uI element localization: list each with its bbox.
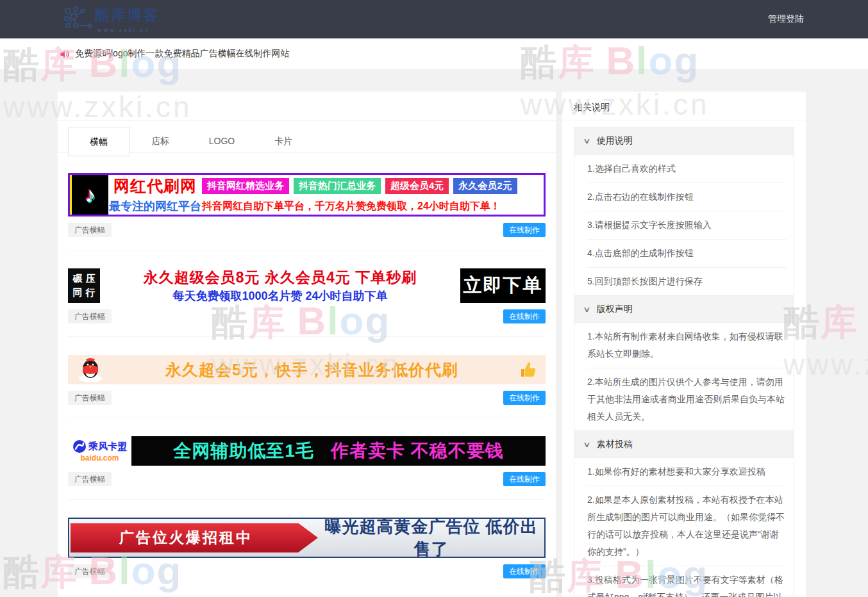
- banner-image-card-platform[interactable]: 乘风卡盟 baidu.com 全网辅助低至1毛 作者卖卡 不稳不要钱: [68, 436, 546, 466]
- collapse-section-header[interactable]: ∨版权声明: [574, 295, 794, 323]
- notice-bar: 免费源码logo制作一款免费精品广告横幅在线制作网站: [0, 38, 868, 69]
- make-online-button[interactable]: 在线制作: [503, 223, 546, 237]
- instruction-item: 3.请根据提示文字长度按照输入: [587, 211, 786, 239]
- make-online-button[interactable]: 在线制作: [503, 472, 546, 486]
- banner-desc: 抖音网红自助下单平台，千万名片赞免费领取，24小时自助下单！: [202, 200, 541, 213]
- banner-list: ♪ 网红代刷网 抖音网红精选业务抖音热门汇总业务超级会员4元永久会员2元 最专注…: [58, 155, 556, 591]
- banner-pill: 超级会员4元: [385, 178, 449, 194]
- instruction-item: 1.本站所有制作素材来自网络收集，如有侵权请联系站长立即删除。: [587, 323, 786, 368]
- banner-text-magenta: 作者卖卡 不稳不要钱: [331, 439, 504, 463]
- order-now-box: 立即下单: [460, 268, 546, 303]
- banner-type-tag: 广告横幅: [68, 391, 112, 405]
- instruction-item: 3.投稿格式为一张背景图片不要有文字等素材（格式最好png，gif暂不支持），还…: [587, 566, 786, 597]
- top-navbar: 酷库博客 www.zxki.cn 管理登陆: [0, 0, 868, 38]
- admin-login-link[interactable]: 管理登陆: [768, 13, 804, 25]
- banner-corner-box: 碾 压 同 行: [68, 268, 100, 303]
- banner-type-tag: 广告横幅: [68, 309, 112, 323]
- chevron-down-icon: ∨: [583, 305, 590, 314]
- banner-text-cyan: 全网辅助低至1毛: [173, 439, 314, 463]
- collapse-section-header[interactable]: ∨使用说明: [574, 127, 794, 155]
- instruction-item: 1.如果你有好的素材想要和大家分享欢迎投稿: [587, 458, 786, 486]
- penguin-mascot-icon: [77, 357, 104, 382]
- collapse-panel: ∨使用说明1.选择自己喜欢的样式2.点击右边的在线制作按钮3.请根据提示文字长度…: [574, 127, 794, 597]
- logo-subtitle: www.zxki.cn: [95, 27, 159, 33]
- make-online-button[interactable]: 在线制作: [503, 391, 546, 405]
- banner-text: 曝光超高黄金广告位 低价出售了: [318, 516, 544, 560]
- banner-type-tag: 广告横幅: [68, 472, 112, 486]
- collapse-section-title: 素材投稿: [597, 439, 633, 450]
- banner-row: 永久超会5元，快手，抖音业务低价代刷 广告横幅 在线制作: [68, 337, 546, 418]
- sidebar-card: 相关说明 ∨使用说明1.选择自己喜欢的样式2.点击右边的在线制作按钮3.请根据提…: [562, 92, 806, 597]
- collapse-section-title: 版权声明: [597, 304, 633, 315]
- make-online-button[interactable]: 在线制作: [503, 564, 546, 578]
- banner-logo-box: 乘风卡盟 baidu.com: [68, 436, 131, 466]
- banner-pill-list: 抖音网红精选业务抖音热门汇总业务超级会员4元永久会员2元: [202, 178, 541, 194]
- banner-type-tag: 广告横幅: [68, 223, 112, 237]
- collapse-section: ∨素材投稿1.如果你有好的素材想要和大家分享欢迎投稿2.如果是本人原创素材投稿，…: [574, 430, 794, 597]
- collapse-section-body: 1.如果你有好的素材想要和大家分享欢迎投稿2.如果是本人原创素材投稿，本站有权授…: [574, 458, 794, 597]
- banner-line2: 每天免费领取1000名片赞 24小时自助下单: [100, 288, 460, 304]
- notice-text[interactable]: 免费源码logo制作一款免费精品广告横幅在线制作网站: [75, 48, 289, 60]
- site-logo[interactable]: 酷库博客 www.zxki.cn: [63, 5, 159, 33]
- chevron-down-icon: ∨: [583, 440, 590, 449]
- tab-shop-mark[interactable]: 店标: [129, 127, 191, 156]
- banner-type-tag: 广告横幅: [68, 564, 112, 578]
- thumbs-up-icon: [520, 361, 537, 378]
- corner-char: 压: [86, 273, 96, 285]
- page-content: 横幅店标LOGO卡片 ♪ 网红代刷网 抖音网红精选业务抖音热门汇总业务超级会员4…: [58, 92, 806, 597]
- collapse-section-body: 1.本站所有制作素材来自网络收集，如有侵权请联系站长立即删除。2.本站所生成的图…: [574, 323, 794, 430]
- banner-row: 乘风卡盟 baidu.com 全网辅助低至1毛 作者卖卡 不稳不要钱 广告横幅 …: [68, 418, 546, 500]
- chevron-down-icon: ∨: [583, 136, 590, 145]
- banner-image-penguin[interactable]: 永久超会5元，快手，抖音业务低价代刷: [68, 355, 546, 384]
- logo-title: 酷库博客: [95, 5, 159, 25]
- banner-logo-subtitle: baidu.com: [80, 454, 119, 462]
- banner-row: ♪ 网红代刷网 抖音网红精选业务抖音热门汇总业务超级会员4元永久会员2元 最专注…: [68, 155, 546, 250]
- ribbon-label: 广告位火爆招租中: [71, 523, 318, 553]
- instruction-item: 5.回到顶部长按图片进行保存: [587, 267, 786, 295]
- banner-text: 永久超会5元，快手，抖音业务低价代刷: [104, 359, 520, 380]
- banner-image-ad-slot[interactable]: 广告位火爆招租中 曝光超高黄金广告位 低价出售了: [68, 518, 546, 558]
- instruction-item: 2.本站所生成的图片仅供个人参考与使用，请勿用于其他非法用途或者商业用途否则后果…: [587, 368, 786, 430]
- tab-logo[interactable]: LOGO: [191, 127, 253, 156]
- corner-char: 碾: [73, 273, 83, 285]
- banner-logo-title: 乘风卡盟: [88, 441, 127, 453]
- tab-banner[interactable]: 横幅: [68, 127, 129, 156]
- collapse-section-title: 使用说明: [597, 135, 633, 147]
- tiktok-icon: ♪: [70, 175, 108, 215]
- banner-image-douyin-fans[interactable]: ♪ 网红代刷网 抖音网红精选业务抖音热门汇总业务超级会员4元永久会员2元 最专注…: [68, 173, 546, 217]
- banner-title: 网红代刷网: [108, 176, 202, 197]
- instruction-item: 1.选择自己喜欢的样式: [587, 155, 786, 183]
- corner-char: 同: [73, 287, 83, 299]
- instruction-item: 4.点击底部的生成制作按钮: [587, 239, 786, 267]
- banner-pill: 抖音网红精选业务: [202, 178, 289, 194]
- banner-pill: 永久会员2元: [453, 178, 517, 194]
- collapse-section: ∨使用说明1.选择自己喜欢的样式2.点击右边的在线制作按钮3.请根据提示文字长度…: [574, 127, 794, 295]
- banner-row: 广告位火爆招租中 曝光超高黄金广告位 低价出售了 广告横幅 在线制作: [68, 500, 546, 591]
- sidebar-title: 相关说明: [562, 92, 806, 120]
- speaker-icon: [60, 49, 70, 59]
- collapse-section-header[interactable]: ∨素材投稿: [574, 430, 794, 458]
- instruction-item: 2.点击右边的在线制作按钮: [587, 183, 786, 211]
- collapse-section: ∨版权声明1.本站所有制作素材来自网络收集，如有侵权请联系站长立即删除。2.本站…: [574, 295, 794, 430]
- make-online-button[interactable]: 在线制作: [503, 309, 546, 323]
- banner-subtitle: 最专注的网红平台: [108, 199, 202, 214]
- main-card: 横幅店标LOGO卡片 ♪ 网红代刷网 抖音网红精选业务抖音热门汇总业务超级会员4…: [58, 92, 556, 597]
- banner-row: 碾 压 同 行 永久超级会员8元 永久会员4元 下单秒刷 每天免费领取1000名…: [68, 250, 546, 337]
- corner-char: 行: [86, 287, 96, 299]
- collapse-section-body: 1.选择自己喜欢的样式2.点击右边的在线制作按钮3.请根据提示文字长度按照输入4…: [574, 155, 794, 295]
- banner-image-member-price[interactable]: 碾 压 同 行 永久超级会员8元 永久会员4元 下单秒刷 每天免费领取1000名…: [68, 268, 546, 303]
- instruction-item: 2.如果是本人原创素材投稿，本站有权授予在本站所生成制图的图片可以商业用途。（如…: [587, 486, 786, 566]
- baidu-logo-icon: [72, 439, 87, 454]
- logo-network-icon: [63, 6, 92, 33]
- banner-pill: 抖音热门汇总业务: [294, 178, 381, 194]
- tab-card[interactable]: 卡片: [253, 127, 314, 156]
- tab-bar: 横幅店标LOGO卡片: [58, 120, 556, 155]
- banner-line1: 永久超级会员8元 永久会员4元 下单秒刷: [100, 268, 460, 288]
